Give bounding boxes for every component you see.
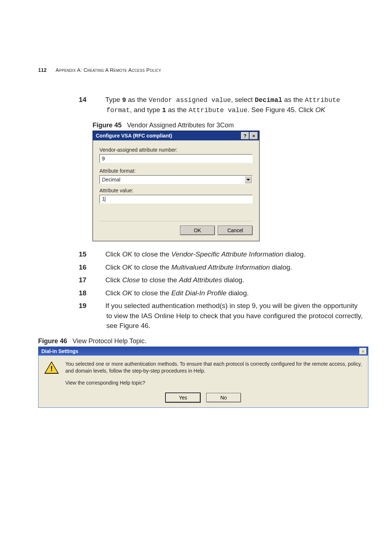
dialog-message: You selected one or more authentication … [65, 361, 362, 386]
chevron-down-icon[interactable] [245, 176, 252, 183]
step-text: Type 9 as the Vendor assigned value, sel… [105, 96, 340, 114]
dial-in-settings-dialog: Dial-in Settings × ! You selected one or… [38, 346, 368, 408]
yes-button[interactable]: Yes [166, 393, 200, 402]
step-17: 17 Click Close to close the Add Attribut… [93, 275, 363, 285]
step-number: 14 [93, 95, 103, 105]
vendor-number-input[interactable] [99, 154, 253, 163]
dialog-title: Dial-in Settings [41, 348, 78, 354]
attribute-value-input[interactable]: 1 [99, 195, 253, 204]
close-icon[interactable]: × [250, 132, 258, 139]
step-16: 16 Click OK to close the Multivalued Att… [93, 262, 363, 272]
step-number: 17 [93, 275, 103, 285]
attribute-format-label: Attribute format: [99, 168, 253, 174]
step-15: 15 Click OK to close the Vendor-Specific… [93, 249, 363, 259]
step-text: If you selected authentication method(s)… [105, 302, 363, 329]
step-number: 15 [93, 249, 103, 259]
figure-45-caption: Figure 45 Vendor Assigned Attributes for… [93, 122, 363, 129]
dialog-title: Configure VSA (RFC compliant) [96, 133, 172, 139]
no-button[interactable]: No [206, 393, 241, 402]
combo-value: Decimal [102, 177, 244, 182]
help-icon[interactable]: ? [241, 132, 249, 139]
step-18: 18 Click OK to close the Edit Dial-In Pr… [93, 288, 363, 298]
step-19: 19 If you selected authentication method… [93, 301, 363, 331]
page-header: 112 Appendix A: Creating A Remote Access… [38, 67, 370, 73]
dialog-titlebar[interactable]: Configure VSA (RFC compliant) ? × [93, 131, 259, 140]
appendix-title: Appendix A: Creating A Remote Access Pol… [56, 67, 161, 73]
close-icon[interactable]: × [359, 348, 367, 354]
configure-vsa-dialog: Configure VSA (RFC compliant) ? × Vendor… [93, 131, 260, 241]
attribute-value-label: Attribute value: [99, 188, 253, 193]
page-number: 112 [38, 67, 46, 73]
ok-button[interactable]: OK [180, 226, 215, 235]
warning-icon: ! [44, 361, 59, 374]
dialog-titlebar[interactable]: Dial-in Settings × [38, 347, 368, 356]
vendor-number-label: Vendor-assigned attribute number: [99, 147, 253, 153]
attribute-format-combo[interactable]: Decimal [99, 175, 253, 184]
step-number: 18 [93, 288, 103, 298]
step-14: 14 Type 9 as the Vendor assigned value, … [93, 95, 363, 115]
cancel-button[interactable]: Cancel [218, 226, 253, 235]
step-number: 16 [93, 262, 103, 272]
figure-46-caption: Figure 46 View Protocol Help Topic. [38, 337, 370, 345]
step-number: 19 [93, 301, 103, 311]
